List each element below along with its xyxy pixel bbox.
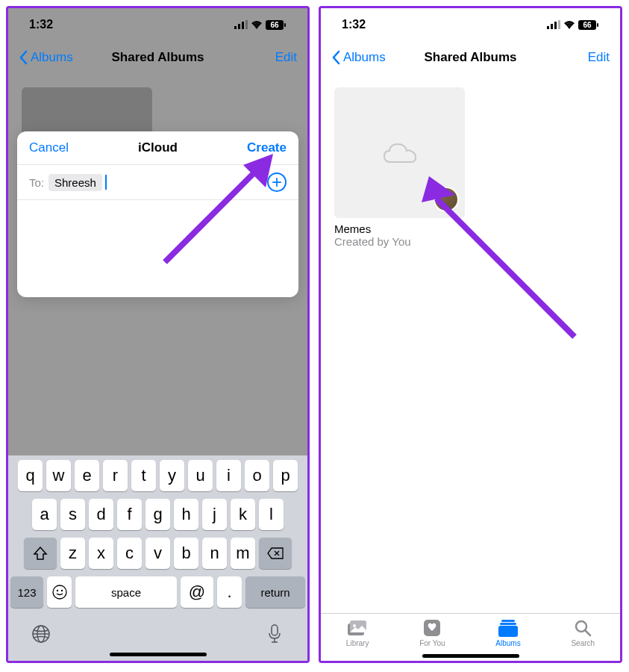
cloud-icon: [381, 140, 419, 166]
search-icon: [574, 619, 592, 637]
svg-line-33: [585, 630, 590, 635]
status-bar: 1:32 66: [8, 8, 307, 41]
tab-albums[interactable]: Albums: [495, 618, 520, 647]
home-indicator[interactable]: [110, 653, 207, 656]
svg-point-27: [353, 624, 356, 627]
to-label: To:: [29, 176, 44, 189]
shift-icon: [33, 547, 48, 560]
modal-body: [17, 200, 298, 297]
tab-search[interactable]: Search: [571, 618, 595, 647]
phone-left: 1:32 66 Albums Shared Albums Edit: [6, 6, 310, 663]
chevron-left-icon: [331, 50, 340, 65]
key-v[interactable]: v: [145, 538, 170, 569]
key-p[interactable]: p: [273, 460, 298, 491]
key-c[interactable]: c: [117, 538, 142, 569]
key-d[interactable]: d: [89, 499, 113, 530]
mic-icon[interactable]: [265, 624, 284, 644]
icloud-share-modal: Cancel iCloud Create To: Shreesh +: [17, 131, 298, 297]
keyboard-bottom-row: [10, 615, 305, 650]
svg-text:66: 66: [583, 21, 592, 29]
signal-icon: [547, 20, 560, 29]
key-x[interactable]: x: [89, 538, 113, 569]
album-name: Memes: [334, 223, 465, 235]
key-l[interactable]: l: [259, 499, 284, 530]
to-contact-pill[interactable]: Shreesh: [48, 174, 102, 191]
svg-rect-19: [558, 20, 560, 29]
key-q[interactable]: q: [18, 460, 43, 491]
add-contact-button[interactable]: +: [267, 172, 287, 192]
key-row-1: q w e r t y u i o p: [10, 460, 305, 491]
status-time: 1:32: [29, 18, 53, 31]
key-r[interactable]: r: [103, 460, 128, 491]
key-o[interactable]: o: [245, 460, 269, 491]
key-g[interactable]: g: [145, 499, 170, 530]
back-button[interactable]: Albums: [19, 50, 73, 65]
emoji-icon: [51, 584, 68, 600]
album-card[interactable]: Memes Created by You: [334, 87, 465, 248]
return-key[interactable]: return: [245, 576, 305, 608]
svg-rect-18: [554, 22, 557, 29]
wifi-icon: [563, 20, 575, 29]
to-field-row[interactable]: To: Shreesh +: [17, 165, 298, 200]
key-f[interactable]: f: [117, 499, 142, 530]
delete-key[interactable]: [259, 538, 292, 569]
svg-point-9: [53, 585, 66, 599]
key-u[interactable]: u: [188, 460, 213, 491]
svg-rect-15: [272, 625, 278, 635]
key-j[interactable]: j: [202, 499, 227, 530]
cancel-button[interactable]: Cancel: [29, 140, 69, 155]
wifi-icon: [251, 20, 263, 29]
globe-icon[interactable]: [31, 624, 51, 644]
key-b[interactable]: b: [174, 538, 198, 569]
library-icon: [347, 620, 368, 636]
status-time: 1:32: [342, 18, 366, 31]
svg-rect-21: [597, 23, 598, 27]
tab-library[interactable]: Library: [346, 618, 369, 647]
key-y[interactable]: y: [160, 460, 184, 491]
tab-label: Library: [346, 639, 369, 647]
status-icons: 66: [547, 20, 599, 30]
back-button[interactable]: Albums: [331, 50, 386, 65]
key-row-2: a s d f g h j k l: [10, 499, 305, 530]
space-key[interactable]: space: [75, 576, 177, 608]
svg-rect-30: [500, 623, 516, 625]
svg-rect-0: [234, 26, 237, 29]
edit-button[interactable]: Edit: [588, 50, 610, 65]
key-k[interactable]: k: [231, 499, 255, 530]
modal-header: Cancel iCloud Create: [17, 131, 298, 165]
back-label: Albums: [343, 50, 386, 65]
dot-key[interactable]: .: [217, 576, 242, 608]
foryou-icon: [423, 619, 441, 637]
emoji-key[interactable]: [47, 576, 72, 608]
tab-label: Search: [571, 639, 595, 647]
signal-icon: [234, 20, 248, 29]
tab-foryou[interactable]: For You: [419, 618, 445, 647]
key-e[interactable]: e: [75, 460, 99, 491]
home-indicator[interactable]: [422, 654, 519, 658]
svg-text:66: 66: [270, 21, 279, 29]
svg-rect-5: [284, 23, 286, 27]
key-a[interactable]: a: [32, 499, 57, 530]
key-s[interactable]: s: [60, 499, 85, 530]
key-z[interactable]: z: [60, 538, 85, 569]
key-n[interactable]: n: [202, 538, 227, 569]
key-m[interactable]: m: [231, 538, 255, 569]
keyboard: q w e r t y u i o p a s d f g h j k l: [8, 455, 307, 661]
key-row-4: 123 space @ . return: [10, 576, 305, 608]
svg-rect-1: [238, 24, 240, 29]
create-button[interactable]: Create: [247, 140, 287, 155]
key-w[interactable]: w: [46, 460, 71, 491]
album-thumbnail[interactable]: [334, 87, 465, 218]
status-icons: 66: [234, 20, 287, 30]
nav-bar: Albums Shared Albums Edit: [321, 41, 620, 74]
screen: 1:32 66 Albums Shared Albums Edit: [321, 8, 620, 661]
numbers-key[interactable]: 123: [10, 576, 43, 608]
edit-button[interactable]: Edit: [275, 50, 297, 65]
at-key[interactable]: @: [181, 576, 213, 608]
shift-key[interactable]: [24, 538, 57, 569]
key-i[interactable]: i: [216, 460, 241, 491]
svg-rect-16: [547, 26, 549, 29]
key-h[interactable]: h: [174, 499, 198, 530]
svg-rect-2: [242, 22, 244, 29]
key-t[interactable]: t: [131, 460, 156, 491]
